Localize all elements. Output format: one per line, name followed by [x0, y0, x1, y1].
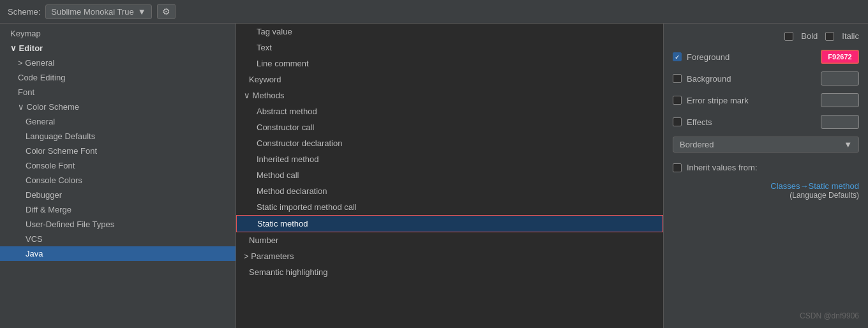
bold-label: Bold [801, 31, 818, 41]
error-stripe-color-box[interactable] [821, 93, 859, 107]
background-color-box[interactable] [821, 71, 859, 86]
list-item-method-call[interactable]: Method call [236, 167, 663, 183]
bordered-label: Bordered [680, 140, 714, 149]
list-item-constructor-decl[interactable]: Constructor declaration [236, 135, 663, 151]
sidebar-item-console-colors[interactable]: Console Colors [0, 173, 236, 188]
center-panel: Tag value Text Line comment Keyword ∨ Me… [236, 24, 664, 328]
list-item-parameters[interactable]: > Parameters [236, 248, 663, 264]
background-label: Background [687, 74, 731, 84]
italic-checkbox[interactable] [825, 32, 834, 41]
inherit-checkbox[interactable] [673, 163, 682, 172]
inherit-link[interactable]: Classes→Static method [770, 181, 859, 191]
link-group: Classes→Static method (Language Defaults… [673, 181, 859, 200]
background-checkbox[interactable] [673, 74, 682, 83]
sidebar-item-diff-merge[interactable]: Diff & Merge [0, 202, 236, 217]
sidebar-item-color-scheme[interactable]: ∨ Color Scheme [0, 100, 236, 114]
sidebar: Keymap ∨ Editor > General Code Editing F… [0, 24, 236, 328]
effects-color-box[interactable] [821, 115, 859, 129]
foreground-row: Foreground F92672 [673, 50, 859, 64]
effects-checkbox[interactable] [673, 117, 682, 126]
sidebar-item-language-defaults[interactable]: Language Defaults [0, 129, 236, 144]
chevron-down-icon: ▼ [138, 7, 146, 17]
list-item-tag-value[interactable]: Tag value [236, 24, 663, 40]
list-item-static-method[interactable]: Static method [236, 215, 663, 232]
sidebar-item-vcs[interactable]: VCS [0, 232, 236, 246]
italic-label: Italic [842, 31, 859, 41]
sidebar-item-cs-general[interactable]: General [0, 114, 236, 129]
list-item-constructor-call[interactable]: Constructor call [236, 119, 663, 135]
foreground-label: Foreground [687, 52, 730, 62]
main-layout: Keymap ∨ Editor > General Code Editing F… [0, 24, 868, 328]
sidebar-item-java[interactable]: Java [0, 246, 236, 261]
list-item-keyword[interactable]: Keyword [236, 71, 663, 87]
error-stripe-label: Error stripe mark [687, 96, 749, 105]
foreground-color-box[interactable]: F92672 [821, 50, 859, 64]
bold-italic-row: Bold Italic [673, 31, 859, 41]
scheme-dropdown[interactable]: Sublime Monokai True ▼ [45, 4, 151, 19]
sidebar-item-code-editing[interactable]: Code Editing [0, 70, 236, 85]
inherit-link-sub: (Language Defaults) [673, 191, 859, 200]
right-panel: Bold Italic Foreground F92672 Background… [664, 24, 868, 328]
error-stripe-row: Error stripe mark [673, 93, 859, 107]
list-item-inherited-method[interactable]: Inherited method [236, 151, 663, 167]
chevron-down-icon: ▼ [844, 140, 852, 149]
inherit-row: Inherit values from: [673, 163, 859, 172]
bordered-dropdown-row: Bordered ▼ [673, 137, 859, 153]
sidebar-item-console-font[interactable]: Console Font [0, 158, 236, 173]
sidebar-item-keymap[interactable]: Keymap [0, 26, 236, 41]
list-item-line-comment[interactable]: Line comment [236, 56, 663, 71]
inherit-label: Inherit values from: [687, 163, 758, 172]
scheme-label: Scheme: [8, 7, 40, 17]
list-item-semantic[interactable]: Semantic highlighting [236, 264, 663, 280]
sidebar-item-general[interactable]: > General [0, 56, 236, 70]
list-item-methods[interactable]: ∨ Methods [236, 87, 663, 103]
scheme-value: Sublime Monokai True [51, 7, 133, 17]
list-item-abstract-method[interactable]: Abstract method [236, 103, 663, 119]
bordered-dropdown[interactable]: Bordered ▼ [673, 137, 859, 153]
top-bar: Scheme: Sublime Monokai True ▼ ⚙ [0, 0, 868, 24]
effects-row: Effects [673, 115, 859, 129]
list-item-method-decl[interactable]: Method declaration [236, 183, 663, 199]
effects-label: Effects [687, 117, 712, 127]
foreground-color-value: F92672 [828, 53, 851, 61]
list-item-static-imported[interactable]: Static imported method call [236, 199, 663, 215]
error-stripe-checkbox[interactable] [673, 96, 682, 105]
sidebar-item-user-defined[interactable]: User-Defined File Types [0, 217, 236, 232]
foreground-checkbox[interactable] [673, 52, 682, 61]
list-item-text[interactable]: Text [236, 40, 663, 56]
background-row: Background [673, 71, 859, 86]
sidebar-item-font[interactable]: Font [0, 85, 236, 100]
sidebar-item-editor[interactable]: ∨ Editor [0, 41, 236, 56]
sidebar-item-debugger[interactable]: Debugger [0, 188, 236, 202]
sidebar-item-color-scheme-font[interactable]: Color Scheme Font [0, 144, 236, 158]
bold-checkbox[interactable] [784, 32, 793, 41]
list-item-number[interactable]: Number [236, 232, 663, 248]
watermark: CSDN @dnf9906 [673, 306, 859, 320]
gear-button[interactable]: ⚙ [157, 4, 176, 19]
